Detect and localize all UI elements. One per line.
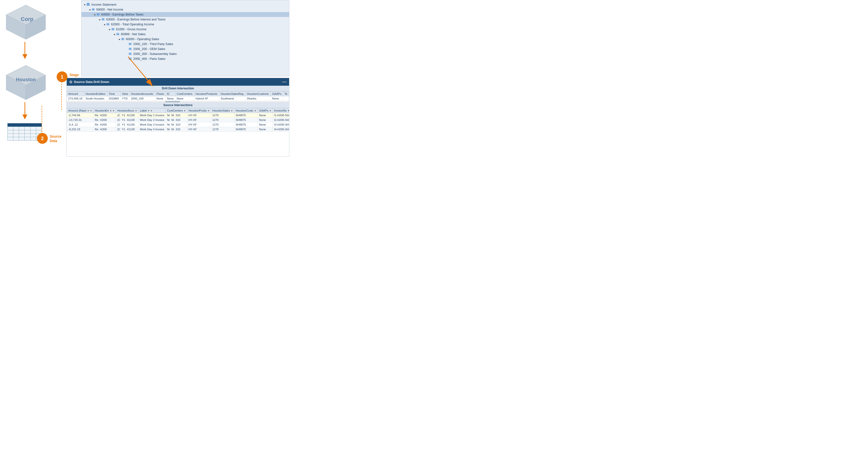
src-th-houston-acco: HoustonAcco ▼	[116, 108, 138, 113]
cell-salesreg: Southwest	[219, 96, 246, 101]
src-cell-inv-2: I2-H200-SH9875-2018M3	[273, 118, 289, 122]
source-intersections-table-wrapper[interactable]: Amount (Raw) ▼ ▼ HoustonEn ▼ ▼ HoustonAc…	[67, 108, 289, 132]
src-th-label: Label ▼ ▼	[138, 108, 166, 113]
cell-ic: None	[165, 96, 175, 101]
tree-label-60999: 60999 - Net Sales	[121, 32, 146, 36]
src-cell-label-1: Work Day 1 Invoice	[138, 113, 166, 118]
houston-cube: Houston	[2, 63, 49, 103]
tree-toggle-60999[interactable]: ◄	[113, 33, 116, 36]
houston-cube-svg	[2, 63, 49, 102]
src-cell-gaap-2: None	[258, 118, 273, 122]
th-houston-accounts: HoustonAccounts	[129, 92, 155, 96]
cell-flows: None	[155, 96, 165, 101]
badge-2-number: 2	[37, 133, 48, 144]
svg-rect-14	[87, 4, 90, 6]
cell-custome: Shanks	[246, 96, 271, 101]
tree-item-60999[interactable]: ◄ 60999 - Net Sales	[82, 32, 289, 37]
houston-to-grid-arrow	[21, 102, 29, 123]
src-cell-en-3: Re H200	[94, 122, 116, 127]
tree-toggle-62000[interactable]: ◄	[103, 23, 106, 26]
tree-toggle-63000[interactable]: ◄	[98, 18, 101, 21]
th-time: Time	[107, 92, 121, 96]
src-cell-sales-1: 1270	[211, 113, 235, 118]
src-th-houston-sales: HoustonSales ▼	[211, 108, 235, 113]
drill-icon: ⊙	[69, 80, 72, 84]
tree-item-2000-200[interactable]: ◄ 2000_200 - OEM Sales	[82, 46, 289, 52]
source-row-4: -8,232.19 Re H200 (C Y1 41100 Work Day 4…	[67, 127, 289, 132]
corp-to-houston-arrow	[21, 42, 29, 62]
tree-item-2000-400[interactable]: ◄ 2000_400 - Parts Sales	[82, 56, 289, 61]
src-cell-cust-3: SH9875	[234, 122, 257, 127]
th-houston-entities: HoustonEntities	[84, 92, 107, 96]
tree-item-64000[interactable]: ◄ 64000 - Earnings Before Taxes	[82, 12, 289, 17]
src-th-houston-custc: HoustonCustc ▼	[234, 108, 257, 113]
th-costcenters: CostCenters	[175, 92, 194, 96]
cell-amount: 274,406.18	[67, 96, 84, 101]
source-intersections-header: Source Intersections	[67, 102, 289, 108]
src-cell-cust-1: SH9875	[234, 113, 257, 118]
tree-item-69000[interactable]: ◄ 69000 - Net Income	[82, 7, 289, 12]
tree-label-2000-200: 2000_200 - OEM Sales	[133, 47, 165, 51]
src-cell-cust-2: SH9875	[234, 118, 257, 122]
tree-item-income[interactable]: ▼ Income Statement	[82, 2, 289, 7]
svg-rect-13	[87, 3, 89, 4]
tree-item-2000-300[interactable]: ◄ 2000_300 - Subassembly Sales	[82, 52, 289, 56]
tree-icon-2000-100	[128, 42, 132, 46]
src-cell-inv-4: I4-H200-SH9875-2018M3	[273, 127, 289, 132]
tree-label-69000: 69000 - Net Income	[96, 8, 123, 11]
svg-rect-30	[129, 43, 131, 45]
right-panel: ▼ Income Statement ◄ 69000 - Net Income …	[66, 0, 289, 158]
src-cell-prod-3: HY-XF	[187, 122, 211, 127]
svg-marker-9	[23, 115, 27, 119]
cell-time: 2018M3	[107, 96, 121, 101]
src-cell-prod-4: HY-XF	[187, 127, 211, 132]
src-cell-prod-2: HY-XF	[187, 118, 211, 122]
src-cell-label-3: Work Day 3 Invoice	[138, 122, 166, 127]
corp-cube: Corp	[2, 2, 52, 42]
src-cell-cc-3: Ni Ni 310	[166, 122, 187, 127]
tree-toggle-60000[interactable]: ◄	[118, 38, 120, 41]
src-cell-inv-3: I3-H200-SH9875-2018M3	[273, 122, 289, 127]
svg-rect-20	[102, 19, 104, 20]
tree-panel[interactable]: ▼ Income Statement ◄ 69000 - Net Income …	[81, 0, 289, 76]
src-cell-acco-4: (C Y1 41100	[116, 127, 138, 132]
tree-item-60000[interactable]: ◄ 60000 - Operating Sales	[82, 37, 289, 42]
left-panel: Corp Houston 1	[0, 0, 66, 158]
th-houston-custome: HoustonCustome	[246, 92, 271, 96]
badge-1-number: 1	[57, 71, 67, 82]
tree-item-61000[interactable]: ◄ 61000 - Gross Income	[82, 27, 289, 32]
svg-rect-32	[129, 48, 131, 50]
tree-label-income: Income Statement	[91, 3, 116, 6]
src-cell-amount-1: -2,744.06	[67, 113, 94, 118]
drill-intersection-table-wrapper[interactable]: Amount HoustonEntities Time View Houston…	[67, 91, 289, 101]
tree-label-62000: 62000 - Total Operating Income	[111, 23, 154, 26]
src-cell-amount-4: -8,232.19	[67, 127, 94, 132]
src-th-gaaps: GAAPs ▼	[258, 108, 273, 113]
svg-rect-22	[107, 23, 109, 25]
th-amount: Amount	[67, 92, 84, 96]
tree-item-63000[interactable]: ◄ 63000 - Earnings Before Interest and T…	[82, 17, 289, 22]
tree-toggle-income[interactable]: ▼	[84, 3, 86, 6]
src-th-houston-en: HoustonEn ▼ ▼	[94, 108, 116, 113]
src-cell-amount-3: -5,4..12	[67, 122, 94, 127]
src-cell-cc-2: Ni Ni 310	[166, 118, 187, 122]
houston-label: Houston	[16, 77, 36, 83]
src-cell-cust-4: SH9875	[234, 127, 257, 132]
svg-rect-28	[122, 38, 124, 40]
tree-toggle-61000[interactable]: ◄	[108, 28, 111, 31]
minimize-icon[interactable]: —	[282, 79, 287, 85]
svg-rect-34	[129, 53, 131, 55]
cell-accounts: 2000_100	[129, 96, 155, 101]
src-cell-sales-3: 1270	[211, 122, 235, 127]
tree-icon-2000-300	[128, 52, 132, 56]
tree-label-2000-300: 2000_300 - Subassembly Sales	[133, 52, 177, 56]
src-th-invoiceno: InvoiceNo ▼	[273, 108, 289, 113]
tree-item-62000[interactable]: ◄ 62000 - Total Operating Income	[82, 22, 289, 27]
cell-entities: South Houston	[84, 96, 107, 101]
th-gaaps: GAAPs	[271, 92, 283, 96]
tree-item-2000-100[interactable]: ◄ 2000_100 - Third Party Sales	[82, 42, 289, 46]
tree-toggle-69000[interactable]: ◄	[88, 8, 91, 11]
source-intersections-table: Amount (Raw) ▼ ▼ HoustonEn ▼ ▼ HoustonAc…	[67, 108, 289, 132]
tree-icon-2000-200	[128, 47, 132, 51]
tree-toggle-64000[interactable]: ◄	[93, 13, 96, 16]
